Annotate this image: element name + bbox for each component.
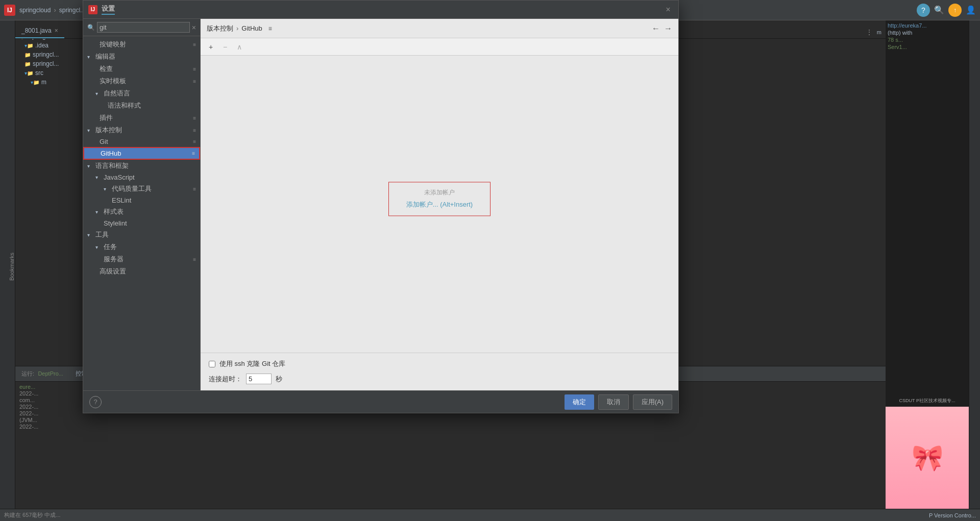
ssh-checkbox[interactable]: [209, 361, 215, 367]
tree-item-code-quality[interactable]: ▾ 代码质量工具 ≡: [83, 183, 200, 195]
item-label: 版本控制: [95, 126, 193, 135]
file-item[interactable]: 📁 springcl...: [15, 59, 84, 68]
log-line-http: (http) with: [888, 30, 967, 36]
match-icon: ≡: [193, 42, 196, 47]
cancel-button[interactable]: 取消: [598, 394, 629, 410]
breadcrumb: 版本控制 › GitHub: [207, 24, 262, 33]
maven-label[interactable]: m: [877, 29, 881, 35]
apply-button[interactable]: 应用(A): [633, 394, 672, 410]
move-up-toolbar-button[interactable]: ∧: [233, 41, 246, 53]
item-label: 语法和样式: [108, 101, 196, 110]
console-tab-run[interactable]: 运行: DeptPro...: [15, 368, 69, 380]
arrow-icon: ▾: [95, 175, 103, 180]
tree-item-stylelint[interactable]: Stylelint: [83, 218, 200, 229]
tree-content: 按键映射 ≡ ▾ 编辑器 检查 ≡ 实时模板 ≡: [83, 36, 200, 390]
tree-item-editor[interactable]: ▾ 编辑器: [83, 51, 200, 63]
tab-label: _8001.java: [21, 27, 52, 34]
dialog-body: 🔍 × 按键映射 ≡ ▾ 编辑器 检查: [83, 19, 678, 390]
match-icon: ≡: [193, 257, 196, 262]
console-line: (JVM...: [19, 417, 881, 423]
tree-item-tasks[interactable]: ▾ 任务: [83, 241, 200, 253]
file-item[interactable]: 📁 springcl...: [15, 50, 84, 59]
arrow-icon: ▾: [95, 244, 103, 250]
search-icon: 🔍: [87, 24, 95, 31]
add-account-popup: 未添加帐户 添加帐户... (Alt+Insert): [388, 182, 491, 216]
remove-account-toolbar-button[interactable]: −: [219, 41, 231, 53]
tab-close-icon[interactable]: ×: [55, 27, 58, 34]
nav-back-button[interactable]: ←: [652, 24, 660, 33]
tree-item-eslint[interactable]: ESLint: [83, 195, 200, 206]
breadcrumb-current: GitHub: [241, 24, 262, 32]
tree-item-javascript[interactable]: ▾ JavaScript: [83, 172, 200, 183]
settings-tree: 🔍 × 按键映射 ≡ ▾ 编辑器 检查: [83, 19, 201, 390]
help-icon[interactable]: ?: [917, 4, 930, 17]
tree-item-advanced[interactable]: 高级设置: [83, 265, 200, 278]
tree-item-servers[interactable]: 服务器 ≡: [83, 253, 200, 265]
tree-item-livetemplate[interactable]: 实时模板 ≡: [83, 75, 200, 87]
ide-logo: IJ: [4, 5, 15, 16]
arrow-icon: ▾: [87, 232, 94, 238]
account-icon[interactable]: 👤: [966, 5, 976, 15]
version-control-indicator[interactable]: P Version Contro...: [929, 512, 976, 518]
dialog-titlebar: IJ 设置 ×: [83, 1, 678, 19]
tree-item-plugins[interactable]: 插件 ≡: [83, 112, 200, 124]
tree-item-vcs[interactable]: ▾ 版本控制 ≡: [83, 124, 200, 136]
tree-item-natural-lang[interactable]: ▾ 自然语言: [83, 87, 200, 100]
ide-subproject-name: springcl...: [59, 7, 85, 14]
file-item[interactable]: ▾📁 src: [15, 68, 84, 78]
file-name: springcl...: [33, 60, 59, 67]
breadcrumb-options-icon[interactable]: ≡: [268, 25, 272, 32]
tab-actions: ⋮ m: [862, 26, 886, 38]
nav-buttons: ← →: [652, 24, 672, 33]
active-tab[interactable]: _8001.java ×: [15, 24, 64, 38]
settings-dialog: IJ 设置 × 🔍 × 按键映射 ≡ ▾: [83, 0, 679, 413]
match-icon: ≡: [193, 115, 196, 121]
tree-item-github[interactable]: GitHub ≡: [83, 147, 200, 160]
tree-item-git[interactable]: Git ≡: [83, 136, 200, 147]
content-header: 版本控制 › GitHub ≡ ← →: [201, 19, 678, 38]
file-item[interactable]: ▾📁 m: [15, 78, 84, 87]
run-target: DeptPro...: [38, 370, 63, 377]
tree-item-keymaps[interactable]: 按键映射 ≡: [83, 38, 200, 51]
console-line: 2022-...: [19, 424, 881, 430]
log-line-url: http://eureka7...: [888, 22, 967, 29]
search-input[interactable]: [97, 22, 190, 33]
folder-icon: ▾📁: [24, 70, 33, 76]
empty-state-hint: 未添加帐户: [397, 188, 482, 197]
confirm-button[interactable]: 确定: [565, 394, 594, 410]
tree-item-lang-framework[interactable]: ▾ 语言和框架: [83, 160, 200, 172]
nav-forward-button[interactable]: →: [664, 24, 672, 33]
search-box: 🔍 ×: [83, 19, 200, 36]
add-account-toolbar-button[interactable]: +: [205, 41, 217, 53]
run-label: 运行:: [21, 370, 34, 377]
dialog-logo: IJ: [88, 5, 97, 14]
breadcrumb-separator: ›: [236, 24, 238, 32]
folder-icon: 📁: [24, 61, 31, 67]
breadcrumb-parent[interactable]: 版本控制: [207, 24, 233, 33]
file-name: springcl...: [33, 51, 59, 58]
add-account-link[interactable]: 添加帐户... (Alt+Insert): [397, 200, 482, 209]
timeout-label: 连接超时：: [209, 375, 242, 384]
tree-item-inspect[interactable]: 检查 ≡: [83, 63, 200, 75]
tree-item-syntax[interactable]: 语法和样式: [83, 100, 200, 112]
arrow-icon: ▾: [87, 128, 94, 133]
arrow-icon: ▾: [87, 54, 94, 60]
dialog-title: 设置: [102, 4, 115, 15]
tree-item-stylesheet[interactable]: ▾ 样式表: [83, 206, 200, 218]
match-icon: ≡: [193, 128, 196, 133]
bookmarks-label: Bookmarks: [9, 253, 15, 281]
item-label: 插件: [100, 113, 193, 122]
item-label: GitHub: [101, 150, 192, 157]
search-icon[interactable]: 🔍: [934, 5, 944, 15]
file-item[interactable]: ▾📁 .idea: [15, 41, 84, 50]
footer-actions: 确定 取消 应用(A): [565, 394, 672, 410]
help-button[interactable]: ?: [89, 396, 102, 408]
item-label: ESLint: [112, 196, 196, 204]
update-icon[interactable]: ↑: [948, 4, 962, 17]
close-button[interactable]: ×: [663, 5, 673, 15]
tab-more-icon[interactable]: ⋮: [866, 28, 873, 36]
tree-item-tools[interactable]: ▾ 工具: [83, 229, 200, 241]
item-label: 检查: [100, 64, 193, 73]
timeout-input[interactable]: [246, 374, 272, 384]
clear-search-button[interactable]: ×: [192, 23, 196, 32]
